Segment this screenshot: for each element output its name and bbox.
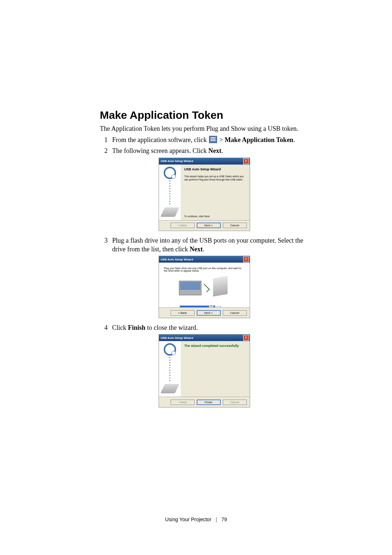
footer-separator: | <box>216 516 217 522</box>
wizard-leftpane <box>159 341 181 397</box>
step-1: 1 From the application software, click >… <box>100 135 309 144</box>
cancel-button[interactable]: Cancel <box>223 223 247 228</box>
wizard-step-heading: USB Auto Setup Wizard <box>184 167 246 171</box>
wizard-screenshot-1: USB Auto Setup Wizard × USB Auto Setup W… <box>159 158 250 231</box>
gear-icon <box>164 167 176 179</box>
usb-drive-icon <box>160 207 179 217</box>
next-button[interactable]: Next > <box>197 223 221 228</box>
step4-bold: Finish <box>128 324 146 331</box>
gear-icon <box>164 343 176 356</box>
step-number: 1 <box>100 135 112 144</box>
wizard-body: Plug your flash drive into any USB port … <box>159 263 250 308</box>
wizard-button-row: < Back Next > Cancel <box>159 220 250 231</box>
back-button: < Back <box>171 400 195 405</box>
footer-page-number: 79 <box>221 516 227 522</box>
step-3: 3 Plug a flash drive into any of the USB… <box>100 236 309 254</box>
footer-section: Using Your Projector <box>165 516 212 522</box>
usb-drive-icon <box>160 384 179 393</box>
step3-bold: Next <box>189 246 203 253</box>
wizard-leftpane <box>159 165 181 220</box>
dots-icon <box>170 181 170 206</box>
back-button: < Back <box>171 223 195 228</box>
laptop-icon <box>179 281 201 295</box>
next-button[interactable]: Next > <box>197 310 221 316</box>
step3-tail: . <box>203 246 204 253</box>
wizard-titlebar: USB Auto Setup Wizard × <box>159 158 250 165</box>
finish-button[interactable]: Finish <box>197 400 221 405</box>
close-icon[interactable]: × <box>243 335 249 341</box>
step1-tail: . <box>293 136 295 143</box>
step2-bold: Next <box>208 147 221 154</box>
step2-pre: The following screen appears. Click <box>112 147 208 154</box>
wizard-title: USB Auto Setup Wizard <box>160 336 193 340</box>
step1-bold: Make Application Token <box>225 136 293 143</box>
step-2: 2 The following screen appears. Click Ne… <box>100 146 309 155</box>
step4-tail: to close the wizard. <box>146 324 198 331</box>
cancel-button[interactable]: Cancel <box>223 310 247 316</box>
laptop-usb-graphic <box>175 277 233 299</box>
step4-pre: Click <box>112 324 128 331</box>
wizard-title: USB Auto Setup Wizard <box>160 159 193 163</box>
intro-text: The Application Token lets you perform P… <box>100 125 309 133</box>
usb-drive-icon <box>213 276 228 297</box>
wizard-complete-text: The wizard completed successfully <box>184 344 246 348</box>
wizard-button-row: < Back Finish Cancel <box>159 397 250 407</box>
close-icon[interactable]: × <box>243 158 249 164</box>
back-button[interactable]: < Back <box>171 310 195 316</box>
step3-pre: Plug a flash drive into any of the USB p… <box>112 237 303 253</box>
wizard-step-desc: Plug your flash drive into any USB port … <box>164 267 245 272</box>
wizard-titlebar: USB Auto Setup Wizard × <box>159 256 250 263</box>
step1-pre: From the application software, click <box>112 136 208 143</box>
wizard-step-desc: This wizard helps you set up a USB Token… <box>184 175 246 181</box>
wizard-screenshot-3: USB Auto Setup Wizard × The wizard compl… <box>159 334 250 408</box>
section-heading: Make Application Token <box>100 109 309 121</box>
menu-icon <box>209 136 217 143</box>
wizard-screenshot-2: USB Auto Setup Wizard × Plug your flash … <box>159 256 250 318</box>
step-number: 2 <box>100 146 112 155</box>
dots-icon <box>170 357 170 382</box>
close-icon[interactable]: × <box>243 256 249 262</box>
wizard-continue-text: To continue, click Next. <box>184 215 211 218</box>
cancel-button: Cancel <box>223 400 247 405</box>
page-footer: Using Your Projector | 79 <box>0 516 392 522</box>
step-number: 4 <box>100 323 112 332</box>
step1-post: > <box>219 136 225 143</box>
wizard-rightpane: USB Auto Setup Wizard This wizard helps … <box>181 165 250 220</box>
step-4: 4 Click Finish to close the wizard. <box>100 323 309 332</box>
step2-tail: . <box>221 147 223 154</box>
wizard-rightpane: The wizard completed successfully <box>181 341 250 397</box>
arrow-icon <box>201 284 209 292</box>
wizard-title: USB Auto Setup Wizard <box>160 258 193 261</box>
wizard-titlebar: USB Auto Setup Wizard × <box>159 335 250 341</box>
wizard-button-row: < Back Next > Cancel <box>159 307 250 318</box>
step-number: 3 <box>100 236 112 254</box>
